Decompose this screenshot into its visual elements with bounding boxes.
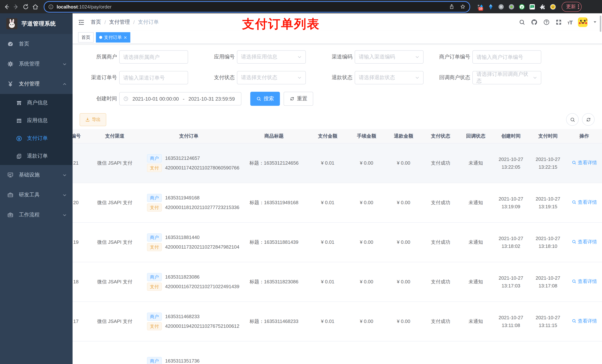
tab-home[interactable]: 首页 — [78, 32, 94, 42]
browser-menu-icon[interactable] — [578, 5, 579, 9]
font-size-icon[interactable]: TT — [567, 19, 572, 25]
forward-icon[interactable] — [13, 3, 20, 10]
export-button[interactable]: 导出 — [80, 113, 106, 126]
merchant-order-no: 1635311823086 — [165, 273, 200, 281]
notify-status-select[interactable]: 请选择订单回调商户状态 — [473, 71, 541, 84]
table-row: 19 微信 JSAPI 支付 商户1635311881440 支付4200001… — [73, 222, 602, 262]
yen-circle-icon — [16, 135, 22, 142]
page-info-icon[interactable] — [48, 4, 54, 10]
svg-text:⌘: ⌘ — [500, 5, 503, 9]
update-button[interactable]: 更新 — [562, 2, 581, 12]
bookmark-star-icon[interactable] — [460, 4, 466, 10]
view-detail-link[interactable]: 查看详情 — [571, 159, 597, 167]
sidebar-item-refund-order[interactable]: 退款订单 — [0, 147, 73, 165]
date-separator: - — [183, 96, 184, 102]
user-avatar[interactable] — [578, 17, 588, 27]
merchant-tag: 商户 — [147, 233, 162, 241]
sidebar-item-pay[interactable]: 支付管理 — [0, 74, 73, 94]
filter-create-time: 创建时间 2021-10-01 00:00:00 - 2021-10-31 23… — [73, 92, 241, 106]
view-detail-link[interactable]: 查看详情 — [571, 198, 597, 206]
date-range-input[interactable]: 2021-10-01 00:00:00 - 2021-10-31 23:59:5… — [119, 92, 241, 105]
profile-avatar-icon[interactable] — [550, 3, 556, 10]
github-icon[interactable] — [531, 19, 538, 26]
filter-pay-status: 支付状态 请选择支付状态 — [190, 71, 308, 84]
field-label: 回调商户状态 — [426, 74, 470, 81]
search-icon[interactable] — [518, 19, 525, 26]
main-panel: 首页 / 支付管理 / 支付订单 支付订单列表 TT — [73, 13, 602, 364]
breadcrumb-home[interactable]: 首页 — [91, 19, 101, 26]
table-header-row: 编号支付渠道支付订单商品标题支付金额手续金额退款金额支付状态回调状态创建时间支付… — [73, 129, 602, 143]
toggle-search-button[interactable] — [566, 113, 579, 126]
refresh-table-button[interactable] — [582, 113, 595, 126]
refresh-icon — [586, 117, 591, 122]
sidebar-fold-icon[interactable] — [78, 19, 85, 26]
merchant-order-no: 1635311468233 — [165, 313, 200, 321]
caret-down-icon[interactable] — [593, 21, 597, 24]
field-label: 支付状态 — [190, 74, 235, 81]
field-label: 渠道订单号 — [73, 74, 117, 81]
back-icon[interactable] — [3, 3, 10, 10]
fullscreen-icon[interactable] — [555, 19, 562, 26]
view-detail-link[interactable]: 查看详情 — [571, 277, 597, 285]
sidebar-item-app-info[interactable]: 应用信息 — [0, 112, 73, 129]
search-icon — [256, 96, 261, 101]
briefcase-icon — [7, 212, 14, 218]
sidebar-item-home[interactable]: 首页 — [0, 34, 73, 54]
gear-icon — [7, 61, 14, 67]
app-id-select[interactable]: 请选择应用信息 — [237, 50, 306, 64]
home-icon[interactable] — [32, 3, 39, 10]
scrollbar-thumb[interactable] — [600, 16, 601, 32]
table-row: 17 微信 JSAPI 支付 商户1635311468233 支付4200001… — [73, 302, 602, 341]
dashboard-icon — [7, 41, 14, 47]
merchant-order-no-input[interactable] — [473, 50, 541, 64]
url-bar[interactable]: localhost:1024/pay/order — [44, 1, 470, 12]
channel-code-select[interactable]: 请输入渠道编码 — [355, 50, 424, 64]
share-icon[interactable] — [449, 4, 455, 10]
sidebar-item-label: 首页 — [19, 41, 29, 47]
refund-status-select[interactable]: 请选择退款状态 — [355, 71, 424, 84]
column-header: 支付时间 — [529, 129, 567, 143]
merchant-input[interactable] — [119, 50, 188, 64]
table-row: 商户1635311351736 — [73, 341, 602, 364]
close-icon[interactable] — [124, 36, 127, 39]
breadcrumb-pay[interactable]: 支付管理 — [109, 19, 130, 26]
sidebar-extension-icon[interactable]: 10 — [477, 3, 484, 10]
chat-extension-icon[interactable] — [529, 3, 535, 10]
column-header: 手续金额 — [348, 129, 385, 143]
help-icon[interactable] — [543, 19, 550, 26]
tab-label: 首页 — [81, 34, 90, 41]
sidebar-item-pay-order[interactable]: 支付订单 — [0, 129, 73, 147]
command-extension-icon[interactable]: ⌘ — [498, 3, 504, 10]
chevron-down-icon — [62, 173, 67, 177]
reload-icon[interactable] — [22, 3, 29, 10]
filter-merchant: 所属商户 — [73, 50, 190, 64]
tab-pay-order[interactable]: 支付订单 — [96, 32, 130, 42]
reset-button[interactable]: 重置 — [284, 92, 313, 106]
download-icon — [85, 117, 90, 122]
view-detail-link[interactable]: 查看详情 — [571, 238, 597, 246]
dot-extension-icon[interactable] — [508, 3, 515, 10]
view-detail-link[interactable]: 查看详情 — [571, 317, 597, 325]
column-header: 退款金额 — [385, 129, 422, 143]
sidebar-item-system[interactable]: 系统管理 — [0, 54, 73, 74]
pay-status-select[interactable]: 请选择支付状态 — [237, 71, 306, 84]
sidebar: 芋道管理系统 首页 系统管理 支付管理 商户信息 — [0, 13, 73, 364]
sidebar-item-devtools[interactable]: 研发工具 — [0, 185, 73, 205]
pay-submenu: 商户信息 应用信息 支付订单 退款订单 — [0, 94, 73, 165]
search-button[interactable]: 搜索 — [250, 92, 280, 106]
kite-extension-icon[interactable] — [488, 3, 494, 10]
sidebar-item-infra[interactable]: 基础设施 — [0, 165, 73, 185]
refresh-icon — [290, 96, 295, 101]
table-row: 21 微信 JSAPI 支付 商户1635312124657 支付4200001… — [73, 143, 602, 183]
extensions-puzzle-icon[interactable] — [539, 3, 546, 10]
channel-order-no-input[interactable] — [119, 71, 188, 84]
sidebar-item-merchant-info[interactable]: 商户信息 — [0, 94, 73, 112]
column-header: 回调状态 — [459, 129, 492, 143]
field-label: 渠道编码 — [308, 54, 353, 60]
field-label: 退款状态 — [308, 74, 353, 81]
pay-tag: 支付 — [147, 283, 162, 291]
y-extension-icon[interactable]: y — [519, 3, 525, 10]
chevron-up-icon — [62, 82, 67, 86]
sidebar-item-workflow[interactable]: 工作流程 — [0, 205, 73, 225]
chevron-down-icon — [533, 75, 537, 80]
